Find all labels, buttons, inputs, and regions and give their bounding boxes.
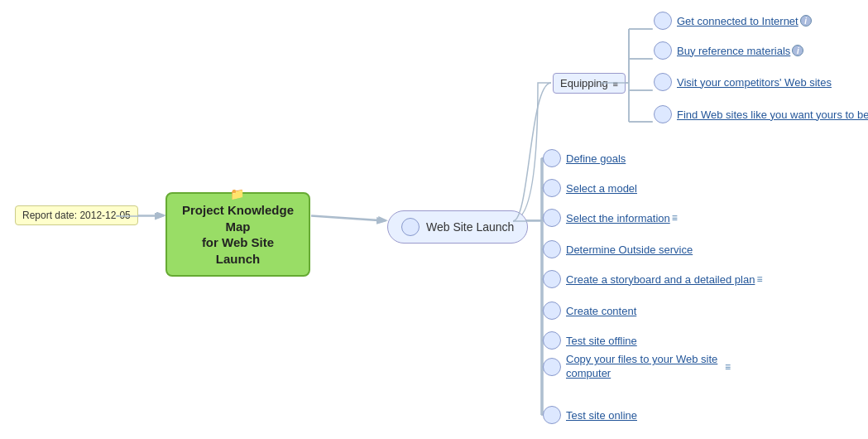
central-node-label: Web Site Launch [426, 220, 514, 234]
label-select-info: Select the information [566, 212, 670, 224]
central-node-circle [401, 218, 420, 236]
stack-icon: ≡ [672, 212, 678, 224]
label-select-model: Select a model [566, 182, 637, 195]
label-define-goals: Define goals [566, 152, 626, 165]
equipping-child-label-4: Find Web sites like you want yours to be [677, 109, 868, 121]
main-title-line2: for Web Site Launch [202, 235, 274, 266]
circle-icon [654, 12, 672, 30]
report-date-label: Report date: 2012-12-05 [22, 210, 131, 221]
equipping-child-1[interactable]: Get connected to Internet i [654, 12, 812, 30]
equipping-child-label-3: Visit your competitors' Web sites [677, 76, 832, 89]
equipping-child-4[interactable]: Find Web sites like you want yours to be… [654, 105, 868, 123]
label-create-content: Create content [566, 305, 636, 317]
circle-icon [543, 209, 561, 227]
main-child-storyboard[interactable]: Create a storyboard and a detailed plan … [543, 270, 762, 288]
equipping-child-label-2: Buy reference materials [677, 45, 790, 57]
info-icon-2: i [792, 45, 803, 56]
circle-icon [654, 105, 672, 123]
equipping-child-3[interactable]: Visit your competitors' Web sites [654, 73, 832, 91]
main-child-outside-service[interactable]: Determine Outside service [543, 240, 693, 258]
label-test-online: Test site online [566, 409, 637, 422]
main-child-content[interactable]: Create content [543, 302, 636, 320]
circle-icon [654, 41, 672, 60]
main-child-define-goals[interactable]: Define goals [543, 149, 626, 167]
main-child-copy-files[interactable]: Copy your files to your Web site compute… [543, 353, 731, 381]
circle-icon [543, 358, 561, 376]
main-title-box: Project Knowledge Map for Web Site Launc… [165, 192, 310, 277]
circle-icon [654, 73, 672, 91]
equipping-child-2[interactable]: Buy reference materials i [654, 41, 803, 60]
info-icon-1: i [800, 15, 812, 27]
circle-icon [543, 331, 561, 350]
main-child-select-model[interactable]: Select a model [543, 179, 637, 197]
circle-icon [543, 240, 561, 258]
main-child-select-info[interactable]: Select the information ≡ [543, 209, 678, 227]
label-outside-service: Determine Outside service [566, 244, 693, 256]
equipping-child-label-1: Get connected to Internet [677, 15, 798, 27]
circle-icon [543, 179, 561, 197]
stack-icon-copy: ≡ [725, 361, 731, 373]
label-storyboard: Create a storyboard and a detailed plan [566, 273, 755, 286]
circle-icon [543, 406, 561, 424]
svg-line-1 [311, 215, 386, 220]
report-date-node: Report date: 2012-12-05 [15, 205, 138, 225]
main-title-line1: Project Knowledge Map [182, 203, 294, 234]
equipping-label: Equipping [560, 77, 608, 89]
label-test-offline: Test site offline [566, 335, 637, 347]
central-node[interactable]: Web Site Launch [387, 210, 528, 244]
main-child-test-online[interactable]: Test site online [543, 406, 637, 424]
stack-icon-storyboard: ≡ [756, 273, 762, 285]
circle-icon [543, 270, 561, 288]
main-child-test-offline[interactable]: Test site offline [543, 331, 637, 350]
circle-icon [543, 149, 561, 167]
folder-icon: 📁 [230, 187, 244, 200]
equipping-box[interactable]: Equipping ≡ [553, 73, 626, 94]
circle-icon [543, 302, 561, 320]
label-copy-files: Copy your files to your Web site compute… [566, 353, 723, 381]
svg-line-27 [311, 216, 384, 221]
